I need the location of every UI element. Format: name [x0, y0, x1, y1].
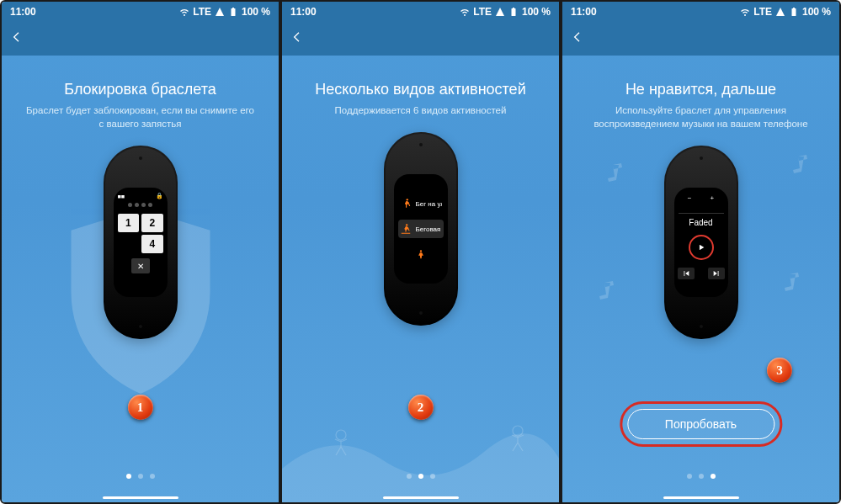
clock: 11:00 [290, 6, 317, 18]
wifi-icon [740, 7, 750, 17]
nav-bar [562, 22, 839, 56]
page-subtitle: Поддерживается 6 видов активностей [327, 103, 515, 117]
band-mockup: ■■🔒 1 2 4 ✕ [104, 146, 178, 339]
band-screen-activities: Бег на ули Беговая до [394, 174, 448, 284]
clock: 11:00 [571, 6, 597, 18]
status-bar: 11:00 LTE 100 % [282, 2, 559, 22]
activity-label: Бег на ули [416, 200, 442, 208]
page-title: Блокировка браслета [64, 81, 216, 98]
dot [430, 474, 435, 479]
home-indicator [383, 496, 459, 499]
step-badge-1: 1 [128, 395, 153, 420]
battery-label: 100 % [802, 6, 831, 18]
dot [711, 474, 716, 479]
prev-icon [678, 268, 695, 279]
keypad-delete: ✕ [131, 258, 150, 273]
signal-icon [495, 7, 505, 17]
nav-bar [2, 22, 279, 56]
nav-bar [282, 22, 559, 56]
keypad-1: 1 [118, 214, 140, 232]
svg-point-2 [406, 199, 407, 200]
activity-icon [415, 248, 427, 260]
svg-point-4 [419, 250, 421, 252]
page-title: Несколько видов активностей [315, 81, 525, 98]
cta-highlight: Попробовать [620, 401, 782, 447]
battery-label: 100 % [522, 6, 551, 18]
home-indicator [103, 496, 178, 499]
wifi-icon [460, 7, 470, 17]
track-name: Faded [679, 213, 724, 227]
svg-point-0 [336, 430, 346, 440]
status-bar: 11:00 LTE 100 % [2, 2, 279, 22]
signal-icon [215, 7, 225, 17]
activity-label: Беговая до [416, 225, 442, 233]
svg-point-3 [406, 224, 407, 225]
treadmill-icon [400, 223, 412, 235]
next-icon [708, 268, 725, 279]
network-label: LTE [193, 6, 211, 18]
page-dots [687, 474, 716, 479]
dot [699, 474, 704, 479]
page-title: Не нравится, дальше [625, 81, 776, 98]
dot [418, 474, 423, 479]
back-icon[interactable] [10, 30, 24, 47]
page-subtitle: Используйте браслет для управления воспр… [576, 103, 826, 130]
dot [126, 474, 131, 479]
try-button[interactable]: Попробовать [627, 409, 774, 439]
status-bar: 11:00 LTE 100 % [562, 2, 839, 22]
wifi-icon [179, 7, 189, 17]
battery-icon [789, 7, 799, 17]
keypad-2: 2 [141, 214, 163, 232]
dot [687, 474, 692, 479]
band-screen-keypad: ■■🔒 1 2 4 ✕ [114, 188, 168, 297]
onboarding-screen-1: 11:00 LTE 100 % Блокировка браслета Брас… [2, 2, 279, 502]
page-subtitle: Браслет будет заблокирован, если вы сним… [15, 103, 265, 130]
keypad-4: 4 [141, 235, 163, 253]
network-label: LTE [753, 6, 772, 18]
dot [407, 474, 412, 479]
band-mockup: − + Faded [664, 146, 738, 339]
page-dots [407, 474, 435, 479]
band-screen-music: − + Faded [674, 188, 728, 297]
run-icon [400, 198, 412, 210]
back-icon[interactable] [290, 30, 304, 47]
onboarding-screen-2: 11:00 LTE 100 % Несколько видов активнос… [282, 2, 559, 502]
vol-down-icon: − [688, 194, 692, 202]
clock: 11:00 [10, 6, 36, 18]
onboarding-screen-3: 11:00 LTE 100 % Не нравится, дальше Испо… [562, 2, 839, 502]
band-mockup: Бег на ули Беговая до [384, 132, 458, 326]
page-dots [126, 474, 155, 479]
dot [150, 474, 155, 479]
hills-decor [282, 368, 559, 502]
lock-icon: 🔒 [156, 193, 163, 199]
vol-up-icon: + [711, 194, 715, 202]
battery-label: 100 % [242, 6, 270, 18]
dot [138, 474, 143, 479]
home-indicator [663, 496, 739, 499]
step-badge-3: 3 [767, 358, 792, 383]
svg-point-1 [513, 426, 523, 436]
battery-icon [228, 7, 238, 17]
signal-icon [775, 7, 785, 17]
battery-icon [508, 7, 519, 17]
step-badge-2: 2 [408, 395, 434, 420]
play-icon [689, 235, 714, 260]
back-icon[interactable] [571, 30, 584, 47]
network-label: LTE [473, 6, 492, 18]
